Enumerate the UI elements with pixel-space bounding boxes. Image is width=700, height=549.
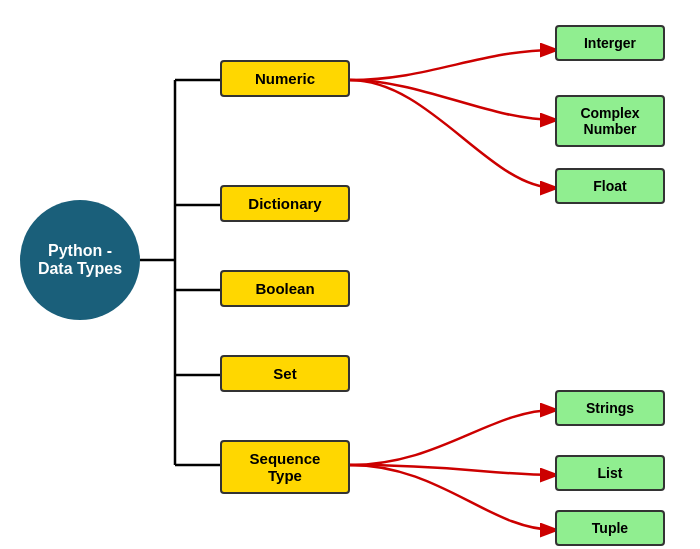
float-node: Float xyxy=(555,168,665,204)
sequence-label: Sequence Type xyxy=(250,450,321,484)
dictionary-label: Dictionary xyxy=(248,195,321,212)
numeric-node: Numeric xyxy=(220,60,350,97)
dictionary-node: Dictionary xyxy=(220,185,350,222)
strings-label: Strings xyxy=(586,400,634,416)
integer-node: Interger xyxy=(555,25,665,61)
boolean-label: Boolean xyxy=(255,280,314,297)
root-node: Python - Data Types xyxy=(20,200,140,320)
root-label: Python - Data Types xyxy=(38,242,122,278)
numeric-label: Numeric xyxy=(255,70,315,87)
complex-label: Complex Number xyxy=(580,105,639,137)
float-label: Float xyxy=(593,178,626,194)
set-node: Set xyxy=(220,355,350,392)
strings-node: Strings xyxy=(555,390,665,426)
sequence-node: Sequence Type xyxy=(220,440,350,494)
list-label: List xyxy=(598,465,623,481)
boolean-node: Boolean xyxy=(220,270,350,307)
set-label: Set xyxy=(273,365,296,382)
diagram: Python - Data Types Numeric Dictionary B… xyxy=(0,0,700,549)
complex-node: Complex Number xyxy=(555,95,665,147)
list-node: List xyxy=(555,455,665,491)
tuple-label: Tuple xyxy=(592,520,628,536)
tuple-node: Tuple xyxy=(555,510,665,546)
integer-label: Interger xyxy=(584,35,636,51)
